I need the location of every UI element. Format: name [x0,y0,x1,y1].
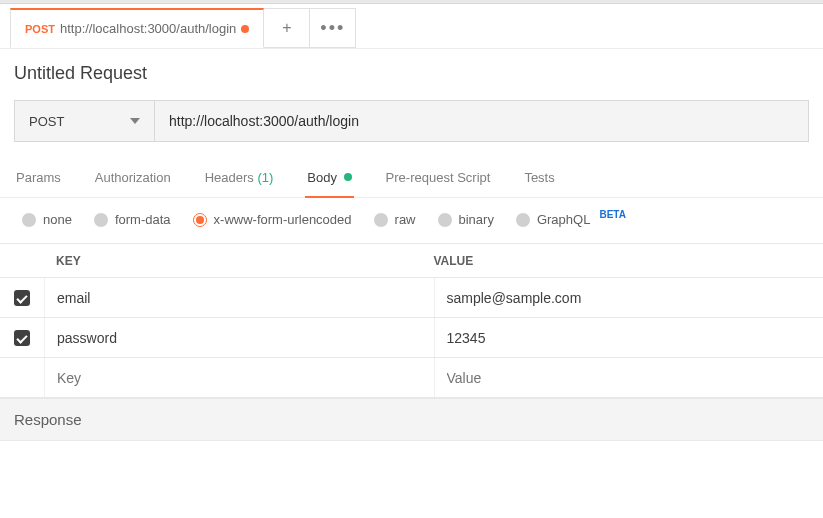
method-select-value: POST [29,114,64,129]
param-value-input[interactable] [434,278,824,317]
tab-pre-request-script[interactable]: Pre-request Script [386,170,491,197]
tab-headers[interactable]: Headers (1) [205,170,274,197]
body-type-form-data[interactable]: form-data [94,212,171,227]
tab-authorization[interactable]: Authorization [95,170,171,197]
param-key-input-new[interactable] [44,358,434,397]
body-type-graphql[interactable]: GraphQLBETA [516,212,626,227]
body-type-binary[interactable]: binary [438,212,494,227]
body-active-indicator-icon [344,173,352,181]
param-key-input[interactable] [44,318,434,357]
request-title: Untitled Request [0,49,823,100]
body-type-none[interactable]: none [22,212,72,227]
table-row [0,318,823,358]
request-tabs-bar: POST http://localhost:3000/auth/login + … [0,4,823,49]
radio-icon [438,213,452,227]
body-params-table: KEY VALUE [0,243,823,398]
body-type-radios: none form-data x-www-form-urlencoded raw… [0,198,823,243]
body-type-raw[interactable]: raw [374,212,416,227]
request-section-tabs: Params Authorization Headers (1) Body Pr… [0,160,823,198]
param-value-input[interactable] [434,318,824,357]
column-header-value: VALUE [434,254,824,268]
radio-icon [374,213,388,227]
table-row-new [0,358,823,398]
headers-count-badge: (1) [257,170,273,185]
chevron-down-icon [130,118,140,124]
tab-tests[interactable]: Tests [524,170,554,197]
tab-url-label: http://localhost:3000/auth/login [60,21,236,36]
url-input[interactable] [155,101,808,141]
tab-params[interactable]: Params [16,170,61,197]
method-select[interactable]: POST [15,101,155,141]
new-tab-button[interactable]: + [264,8,310,48]
radio-icon [22,213,36,227]
param-value-input-new[interactable] [434,358,824,397]
table-row [0,278,823,318]
response-body-area [0,441,823,487]
response-section-header[interactable]: Response [0,398,823,441]
table-header-row: KEY VALUE [0,244,823,278]
param-key-input[interactable] [44,278,434,317]
column-header-key: KEY [44,254,434,268]
request-tab[interactable]: POST http://localhost:3000/auth/login [10,8,264,48]
beta-badge: BETA [599,209,625,220]
plus-icon: + [282,19,291,37]
request-line: POST [14,100,809,142]
radio-icon [516,213,530,227]
ellipsis-icon: ••• [320,23,345,33]
unsaved-indicator-icon [241,25,249,33]
radio-icon [193,213,207,227]
row-enable-checkbox[interactable] [14,290,30,306]
tab-overflow-button[interactable]: ••• [310,8,356,48]
row-enable-checkbox[interactable] [14,330,30,346]
radio-icon [94,213,108,227]
body-type-urlencoded[interactable]: x-www-form-urlencoded [193,212,352,227]
tab-body[interactable]: Body [307,170,351,197]
tab-method-label: POST [25,23,55,35]
